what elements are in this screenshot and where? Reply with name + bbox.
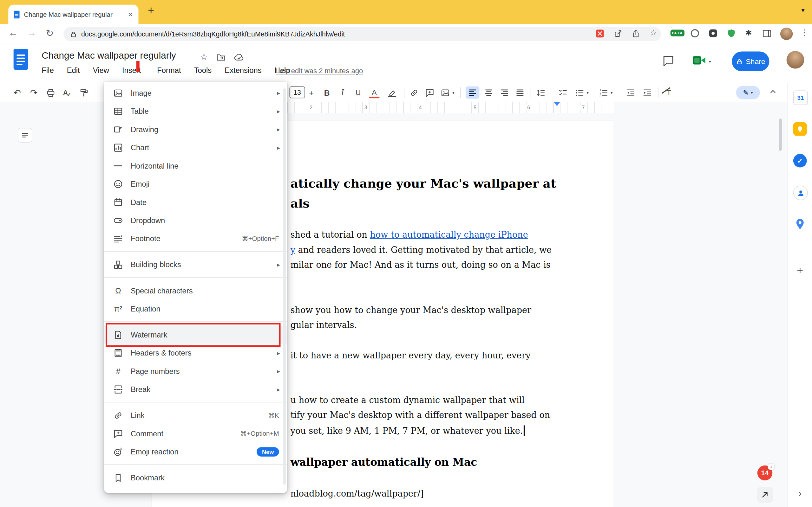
- extension-circle-icon[interactable]: [690, 29, 700, 38]
- menu-item-emoji-reaction[interactable]: Emoji reaction New: [104, 443, 287, 461]
- docs-logo[interactable]: [12, 49, 29, 70]
- menu-item-building-blocks[interactable]: Building blocks ▸: [104, 256, 287, 274]
- browser-menu-kebab-icon[interactable]: ⋮: [800, 27, 808, 38]
- menu-view[interactable]: View: [93, 66, 109, 74]
- star-icon[interactable]: ☆: [200, 51, 208, 62]
- share-button[interactable]: Share: [732, 51, 769, 71]
- menu-item-dropdown[interactable]: Dropdown: [104, 211, 287, 229]
- url-bar[interactable]: docs.google.com/document/d/1eRsm38zbqKgd…: [63, 27, 661, 41]
- menu-item-link[interactable]: Link ⌘K: [104, 406, 287, 424]
- menu-insert[interactable]: Insert: [122, 66, 144, 74]
- maps-icon[interactable]: [793, 217, 807, 231]
- checklist-icon[interactable]: [557, 86, 568, 99]
- editing-mode-button[interactable]: ✎ ▾: [736, 86, 760, 100]
- menu-item-drawing[interactable]: Drawing ▸: [104, 120, 287, 138]
- indent-marker[interactable]: [554, 102, 560, 106]
- tab-strip-chevron-icon[interactable]: ▾: [801, 6, 805, 14]
- menu-item-page-numbers[interactable]: # Page numbers ▸: [104, 362, 287, 380]
- font-size-increase-button[interactable]: +: [307, 86, 315, 99]
- menu-extensions[interactable]: Extensions: [224, 66, 261, 74]
- numbered-list-icon[interactable]: 123: [598, 86, 609, 99]
- side-panel-icon[interactable]: [762, 29, 772, 38]
- browser-profile-avatar[interactable]: [780, 27, 793, 40]
- translate-blocked-icon[interactable]: [595, 29, 604, 38]
- browser-tab[interactable]: Change Mac wallpaper regular ×: [8, 5, 138, 24]
- doc-hyperlink[interactable]: y: [291, 245, 295, 255]
- bulleted-list-dropdown-icon[interactable]: ▾: [585, 86, 590, 99]
- new-tab-button[interactable]: +: [148, 4, 154, 16]
- menu-item-table[interactable]: Table ▸: [104, 102, 287, 120]
- line-spacing-icon[interactable]: [535, 86, 547, 99]
- menu-item-break[interactable]: Break ▸: [104, 380, 287, 398]
- comment-history-icon[interactable]: [662, 55, 674, 67]
- calendar-icon[interactable]: 31: [793, 91, 808, 105]
- highlight-color-icon[interactable]: [386, 86, 398, 99]
- document-title[interactable]: Change Mac wallpaper regularly: [42, 50, 176, 61]
- explore-button[interactable]: [757, 487, 773, 503]
- add-comment-icon[interactable]: [424, 86, 435, 99]
- hide-panel-chevron-icon[interactable]: ›: [788, 488, 812, 499]
- menu-item-image[interactable]: Image ▸: [104, 83, 287, 102]
- decrease-indent-icon[interactable]: [624, 86, 636, 99]
- docs-profile-avatar[interactable]: [786, 51, 804, 69]
- bulleted-list-icon[interactable]: [573, 86, 585, 99]
- underline-icon[interactable]: U: [353, 86, 363, 99]
- undo-icon[interactable]: ↶: [11, 86, 23, 99]
- insert-image-dropdown-icon[interactable]: ▾: [451, 86, 456, 99]
- italic-icon[interactable]: I: [337, 86, 348, 99]
- redo-icon[interactable]: ↷: [28, 86, 40, 99]
- padlock-icon[interactable]: [70, 31, 77, 38]
- menu-format[interactable]: Format: [157, 66, 181, 74]
- insert-image-icon[interactable]: [439, 86, 451, 99]
- menu-item-comment[interactable]: Comment ⌘+Option+M: [104, 424, 287, 442]
- tasks-icon[interactable]: ✓: [793, 154, 807, 168]
- add-addon-icon[interactable]: +: [788, 264, 812, 277]
- menu-file[interactable]: File: [42, 66, 54, 74]
- meet-icon[interactable]: [693, 55, 706, 66]
- menu-item-watermark[interactable]: Watermark: [104, 326, 287, 343]
- meet-dropdown-icon[interactable]: ▾: [709, 59, 711, 64]
- reload-icon[interactable]: ↻: [46, 27, 54, 39]
- collapse-toolbar-icon[interactable]: [769, 88, 776, 95]
- print-icon[interactable]: [45, 86, 56, 99]
- asterisk-extension-icon[interactable]: ✱: [745, 28, 752, 38]
- last-edit-link[interactable]: Last edit was 2 minutes ago: [276, 67, 363, 75]
- numbered-list-dropdown-icon[interactable]: ▾: [609, 86, 614, 99]
- menu-item-special-characters[interactable]: Ω Special characters: [104, 281, 287, 299]
- bold-icon[interactable]: B: [322, 86, 332, 99]
- menu-item-bookmark[interactable]: Bookmark: [104, 469, 287, 487]
- share-page-icon[interactable]: [631, 29, 641, 38]
- insert-link-icon[interactable]: [408, 86, 420, 99]
- beta-extension-icon[interactable]: BETA: [670, 30, 684, 37]
- menu-edit[interactable]: Edit: [67, 66, 80, 74]
- menu-item-date[interactable]: Date: [104, 193, 287, 211]
- clear-formatting-icon[interactable]: T: [663, 86, 675, 99]
- menu-item-emoji[interactable]: Emoji: [104, 175, 287, 193]
- cloud-status-icon[interactable]: [234, 53, 244, 63]
- doc-hyperlink[interactable]: how to automatically change iPhone: [370, 230, 528, 239]
- document-scrollbar[interactable]: [779, 118, 782, 151]
- menu-item-footnote[interactable]: Footnote ⌘+Option+F: [104, 229, 287, 247]
- back-icon[interactable]: ←: [8, 27, 18, 38]
- align-center-icon[interactable]: [483, 86, 495, 99]
- extension-square-icon[interactable]: [708, 29, 718, 38]
- move-folder-icon[interactable]: [216, 53, 226, 62]
- shield-extension-icon[interactable]: [727, 29, 736, 38]
- menu-item-horizontal-line[interactable]: Horizontal line: [104, 157, 287, 175]
- text-color-icon[interactable]: A: [369, 88, 379, 98]
- forward-icon[interactable]: →: [27, 27, 37, 38]
- font-size-value[interactable]: 13: [289, 86, 305, 98]
- bookmark-star-icon[interactable]: ☆: [650, 27, 657, 38]
- increase-indent-icon[interactable]: [641, 86, 653, 99]
- menu-tools[interactable]: Tools: [194, 66, 212, 74]
- paint-format-icon[interactable]: [78, 86, 90, 99]
- align-right-icon[interactable]: [499, 86, 510, 99]
- menu-scrollbar[interactable]: [283, 89, 286, 485]
- tab-close-icon[interactable]: ×: [126, 10, 134, 19]
- document-outline-icon[interactable]: [18, 128, 32, 143]
- menu-item-headers-footers[interactable]: Headers & footers ▸: [104, 344, 287, 362]
- spellcheck-icon[interactable]: A✓: [61, 86, 73, 99]
- menu-item-chart[interactable]: Chart ▸: [104, 138, 287, 157]
- open-in-new-icon[interactable]: [614, 29, 623, 38]
- keep-icon[interactable]: [793, 122, 807, 136]
